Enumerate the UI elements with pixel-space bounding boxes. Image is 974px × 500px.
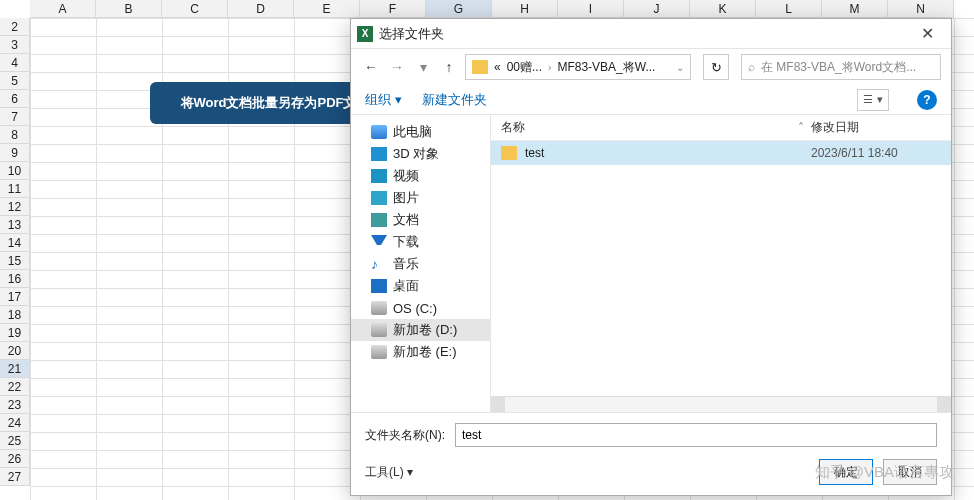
- tree-item[interactable]: OS (C:): [351, 297, 490, 319]
- tree-item-label: 桌面: [393, 277, 419, 295]
- column-header[interactable]: G: [426, 0, 492, 18]
- file-date: 2023/6/11 18:40: [811, 146, 951, 160]
- tree-item[interactable]: 新加卷 (D:): [351, 319, 490, 341]
- column-header[interactable]: F: [360, 0, 426, 18]
- row-header[interactable]: 17: [0, 288, 30, 306]
- down-icon: [371, 235, 387, 249]
- row-header[interactable]: 8: [0, 126, 30, 144]
- row-header[interactable]: 19: [0, 324, 30, 342]
- breadcrumb[interactable]: « 00赠... › MF83-VBA_将W... ⌄: [465, 54, 691, 80]
- row-header[interactable]: 16: [0, 270, 30, 288]
- tree-item[interactable]: 此电脑: [351, 121, 490, 143]
- search-placeholder: 在 MF83-VBA_将Word文档...: [761, 59, 916, 76]
- tree-item-label: OS (C:): [393, 301, 437, 316]
- column-header[interactable]: L: [756, 0, 822, 18]
- folder-name-input[interactable]: [455, 423, 937, 447]
- row-header[interactable]: 27: [0, 468, 30, 486]
- folder-icon: [501, 146, 517, 160]
- row-header[interactable]: 15: [0, 252, 30, 270]
- cancel-button[interactable]: 取消: [883, 459, 937, 485]
- row-header[interactable]: 24: [0, 414, 30, 432]
- location-tree[interactable]: 此电脑3D 对象视频图片文档下载♪音乐桌面OS (C:)新加卷 (D:)新加卷 …: [351, 115, 491, 412]
- tree-item-label: 文档: [393, 211, 419, 229]
- tree-item-label: 下载: [393, 233, 419, 251]
- view-mode-button[interactable]: ☰ ▾: [857, 89, 889, 111]
- column-header[interactable]: E: [294, 0, 360, 18]
- tree-item-label: 3D 对象: [393, 145, 439, 163]
- row-header[interactable]: 22: [0, 378, 30, 396]
- row-header[interactable]: 2: [0, 18, 30, 36]
- row-header[interactable]: 21: [0, 360, 30, 378]
- tree-item[interactable]: 视频: [351, 165, 490, 187]
- chevron-right-icon: ›: [548, 62, 551, 73]
- tree-item-label: 新加卷 (D:): [393, 321, 457, 339]
- column-header-name[interactable]: 名称: [501, 119, 791, 136]
- row-header[interactable]: 6: [0, 90, 30, 108]
- refresh-button[interactable]: ↻: [703, 54, 729, 80]
- breadcrumb-segment[interactable]: 00赠...: [507, 59, 542, 76]
- tree-item[interactable]: 下载: [351, 231, 490, 253]
- column-header[interactable]: N: [888, 0, 954, 18]
- column-header[interactable]: J: [624, 0, 690, 18]
- row-header[interactable]: 18: [0, 306, 30, 324]
- column-header-date[interactable]: 修改日期: [811, 119, 951, 136]
- nav-up-button[interactable]: ↑: [439, 57, 459, 77]
- doc-icon: [371, 213, 387, 227]
- nav-back-button[interactable]: ←: [361, 57, 381, 77]
- column-header[interactable]: D: [228, 0, 294, 18]
- list-item[interactable]: test2023/6/11 18:40: [491, 141, 951, 165]
- drive-icon: [371, 323, 387, 337]
- row-header[interactable]: 25: [0, 432, 30, 450]
- row-header[interactable]: 10: [0, 162, 30, 180]
- tree-item[interactable]: 桌面: [351, 275, 490, 297]
- folder-icon: [472, 60, 488, 74]
- breadcrumb-segment[interactable]: MF83-VBA_将W...: [557, 59, 655, 76]
- close-icon[interactable]: ✕: [909, 24, 945, 43]
- column-header[interactable]: K: [690, 0, 756, 18]
- tree-item[interactable]: 文档: [351, 209, 490, 231]
- desk-icon: [371, 279, 387, 293]
- chevron-down-icon[interactable]: ⌄: [676, 62, 684, 73]
- column-header[interactable]: I: [558, 0, 624, 18]
- folder-picker-dialog: X 选择文件夹 ✕ ← → ▾ ↑ « 00赠... › MF83-VBA_将W…: [350, 18, 952, 496]
- row-header[interactable]: 20: [0, 342, 30, 360]
- file-list[interactable]: test2023/6/11 18:40: [491, 141, 951, 396]
- column-header[interactable]: C: [162, 0, 228, 18]
- row-header[interactable]: 26: [0, 450, 30, 468]
- row-header[interactable]: 12: [0, 198, 30, 216]
- row-header[interactable]: 4: [0, 54, 30, 72]
- row-header[interactable]: 3: [0, 36, 30, 54]
- ok-button[interactable]: 确定: [819, 459, 873, 485]
- tree-item[interactable]: 3D 对象: [351, 143, 490, 165]
- column-header[interactable]: B: [96, 0, 162, 18]
- tree-item[interactable]: 新加卷 (E:): [351, 341, 490, 363]
- tools-menu[interactable]: 工具(L) ▾: [365, 464, 413, 481]
- row-header[interactable]: 13: [0, 216, 30, 234]
- row-header[interactable]: 14: [0, 234, 30, 252]
- nav-recent-button[interactable]: ▾: [413, 57, 433, 77]
- new-folder-button[interactable]: 新建文件夹: [422, 91, 487, 109]
- nav-forward-button: →: [387, 57, 407, 77]
- organize-menu[interactable]: 组织 ▾: [365, 91, 402, 109]
- column-header[interactable]: H: [492, 0, 558, 18]
- column-header[interactable]: M: [822, 0, 888, 18]
- row-header[interactable]: 7: [0, 108, 30, 126]
- row-header[interactable]: 9: [0, 144, 30, 162]
- folder-name-label: 文件夹名称(N):: [365, 427, 445, 444]
- tree-item[interactable]: ♪音乐: [351, 253, 490, 275]
- drive-icon: [371, 345, 387, 359]
- breadcrumb-segment[interactable]: «: [494, 60, 501, 74]
- search-icon: ⌕: [748, 60, 755, 74]
- pc-icon: [371, 125, 387, 139]
- column-header[interactable]: A: [30, 0, 96, 18]
- file-name: test: [525, 146, 811, 160]
- row-header[interactable]: 23: [0, 396, 30, 414]
- help-icon[interactable]: ?: [917, 90, 937, 110]
- tree-item[interactable]: 图片: [351, 187, 490, 209]
- row-header[interactable]: 11: [0, 180, 30, 198]
- row-header[interactable]: 5: [0, 72, 30, 90]
- tree-item-label: 图片: [393, 189, 419, 207]
- search-input[interactable]: ⌕ 在 MF83-VBA_将Word文档...: [741, 54, 941, 80]
- sort-icon[interactable]: ˄: [791, 121, 811, 135]
- horizontal-scrollbar[interactable]: [491, 396, 951, 412]
